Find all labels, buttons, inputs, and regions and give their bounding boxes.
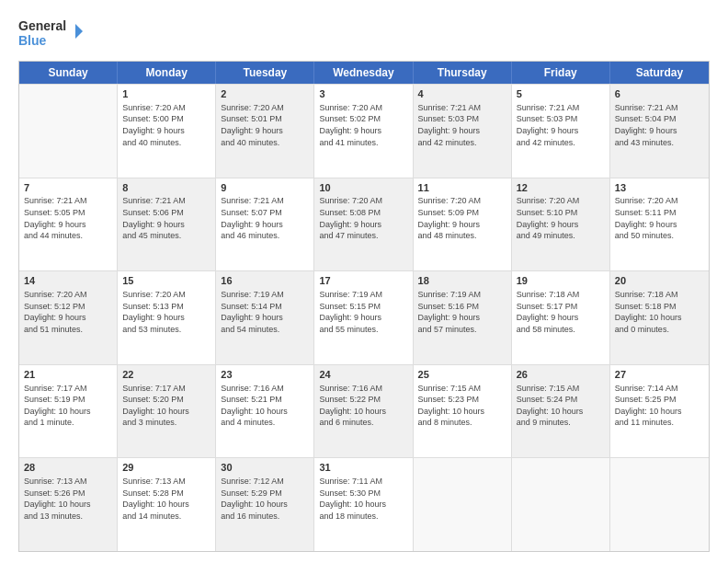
calendar-cell: 24Sunrise: 7:16 AM Sunset: 5:22 PM Dayli…	[314, 365, 413, 458]
day-info: Sunrise: 7:13 AM Sunset: 5:26 PM Dayligh…	[24, 476, 112, 522]
day-number: 14	[24, 274, 112, 288]
calendar-cell: 17Sunrise: 7:19 AM Sunset: 5:15 PM Dayli…	[314, 271, 413, 364]
calendar-cell: 18Sunrise: 7:19 AM Sunset: 5:16 PM Dayli…	[414, 271, 512, 364]
day-info: Sunrise: 7:18 AM Sunset: 5:17 PM Dayligh…	[517, 289, 605, 335]
day-info: Sunrise: 7:20 AM Sunset: 5:11 PM Dayligh…	[615, 195, 704, 241]
day-info: Sunrise: 7:20 AM Sunset: 5:01 PM Dayligh…	[221, 102, 309, 148]
day-info: Sunrise: 7:13 AM Sunset: 5:28 PM Dayligh…	[122, 476, 210, 522]
calendar-cell: 23Sunrise: 7:16 AM Sunset: 5:21 PM Dayli…	[216, 365, 314, 458]
calendar-row-0: 1Sunrise: 7:20 AM Sunset: 5:00 PM Daylig…	[19, 84, 709, 178]
calendar-cell: 3Sunrise: 7:20 AM Sunset: 5:02 PM Daylig…	[314, 85, 413, 178]
calendar-cell: 20Sunrise: 7:18 AM Sunset: 5:18 PM Dayli…	[610, 271, 709, 364]
calendar-cell: 2Sunrise: 7:20 AM Sunset: 5:01 PM Daylig…	[216, 85, 314, 178]
calendar-body: 1Sunrise: 7:20 AM Sunset: 5:00 PM Daylig…	[19, 84, 709, 551]
day-number: 22	[122, 368, 210, 382]
header-day-thursday: Thursday	[414, 62, 512, 84]
day-number: 23	[221, 368, 309, 382]
day-info: Sunrise: 7:21 AM Sunset: 5:03 PM Dayligh…	[517, 102, 605, 148]
calendar-cell: 26Sunrise: 7:15 AM Sunset: 5:24 PM Dayli…	[512, 365, 610, 458]
header-day-sunday: Sunday	[19, 62, 118, 84]
calendar-row-2: 14Sunrise: 7:20 AM Sunset: 5:12 PM Dayli…	[19, 270, 709, 364]
day-number: 31	[319, 461, 407, 475]
svg-marker-2	[75, 24, 83, 39]
day-number: 9	[221, 181, 309, 195]
day-info: Sunrise: 7:19 AM Sunset: 5:16 PM Dayligh…	[418, 289, 506, 335]
day-number: 17	[319, 274, 407, 288]
header-day-wednesday: Wednesday	[314, 62, 413, 84]
calendar-cell: 27Sunrise: 7:14 AM Sunset: 5:25 PM Dayli…	[610, 365, 709, 458]
calendar-cell: 7Sunrise: 7:21 AM Sunset: 5:05 PM Daylig…	[19, 178, 118, 271]
day-number: 13	[615, 181, 704, 195]
day-number: 15	[122, 274, 210, 288]
calendar-cell: 30Sunrise: 7:12 AM Sunset: 5:29 PM Dayli…	[216, 458, 314, 551]
calendar-cell: 5Sunrise: 7:21 AM Sunset: 5:03 PM Daylig…	[512, 85, 610, 178]
day-info: Sunrise: 7:21 AM Sunset: 5:04 PM Dayligh…	[615, 102, 704, 148]
day-number: 24	[319, 368, 407, 382]
calendar-cell: 11Sunrise: 7:20 AM Sunset: 5:09 PM Dayli…	[414, 178, 512, 271]
day-number: 7	[24, 181, 112, 195]
header: General Blue	[18, 15, 710, 52]
calendar-row-3: 21Sunrise: 7:17 AM Sunset: 5:19 PM Dayli…	[19, 364, 709, 458]
day-info: Sunrise: 7:19 AM Sunset: 5:15 PM Dayligh…	[319, 289, 407, 335]
day-number: 8	[122, 181, 210, 195]
day-number: 3	[319, 87, 407, 101]
header-day-saturday: Saturday	[610, 62, 709, 84]
day-info: Sunrise: 7:12 AM Sunset: 5:29 PM Dayligh…	[221, 476, 309, 522]
day-number: 5	[517, 87, 605, 101]
day-number: 26	[517, 368, 605, 382]
calendar-cell: 31Sunrise: 7:11 AM Sunset: 5:30 PM Dayli…	[314, 458, 413, 551]
day-info: Sunrise: 7:16 AM Sunset: 5:21 PM Dayligh…	[221, 383, 309, 429]
day-info: Sunrise: 7:14 AM Sunset: 5:25 PM Dayligh…	[615, 383, 704, 429]
svg-text:General: General	[18, 18, 66, 33]
calendar-header-row: SundayMondayTuesdayWednesdayThursdayFrid…	[19, 62, 709, 84]
calendar-cell: 9Sunrise: 7:21 AM Sunset: 5:07 PM Daylig…	[216, 178, 314, 271]
day-number: 2	[221, 87, 309, 101]
calendar-cell	[512, 458, 610, 551]
calendar-cell	[19, 85, 118, 178]
calendar-row-1: 7Sunrise: 7:21 AM Sunset: 5:05 PM Daylig…	[19, 178, 709, 271]
day-info: Sunrise: 7:11 AM Sunset: 5:30 PM Dayligh…	[319, 476, 407, 522]
header-day-tuesday: Tuesday	[216, 62, 314, 84]
calendar-cell: 12Sunrise: 7:20 AM Sunset: 5:10 PM Dayli…	[512, 178, 610, 271]
day-number: 27	[615, 368, 704, 382]
calendar-cell: 25Sunrise: 7:15 AM Sunset: 5:23 PM Dayli…	[414, 365, 512, 458]
calendar-cell: 16Sunrise: 7:19 AM Sunset: 5:14 PM Dayli…	[216, 271, 314, 364]
calendar: SundayMondayTuesdayWednesdayThursdayFrid…	[18, 61, 710, 552]
day-info: Sunrise: 7:20 AM Sunset: 5:02 PM Dayligh…	[319, 102, 407, 148]
calendar-cell	[414, 458, 512, 551]
day-info: Sunrise: 7:21 AM Sunset: 5:07 PM Dayligh…	[221, 195, 309, 241]
logo: General Blue	[18, 15, 83, 52]
day-number: 10	[319, 181, 407, 195]
day-info: Sunrise: 7:20 AM Sunset: 5:00 PM Dayligh…	[122, 102, 210, 148]
calendar-cell: 6Sunrise: 7:21 AM Sunset: 5:04 PM Daylig…	[610, 85, 709, 178]
day-number: 16	[221, 274, 309, 288]
calendar-cell: 1Sunrise: 7:20 AM Sunset: 5:00 PM Daylig…	[118, 85, 216, 178]
day-number: 21	[24, 368, 112, 382]
day-number: 6	[615, 87, 704, 101]
day-info: Sunrise: 7:20 AM Sunset: 5:12 PM Dayligh…	[24, 289, 112, 335]
calendar-cell: 22Sunrise: 7:17 AM Sunset: 5:20 PM Dayli…	[118, 365, 216, 458]
day-info: Sunrise: 7:16 AM Sunset: 5:22 PM Dayligh…	[319, 383, 407, 429]
day-number: 4	[418, 87, 506, 101]
day-info: Sunrise: 7:21 AM Sunset: 5:03 PM Dayligh…	[418, 102, 506, 148]
day-number: 20	[615, 274, 704, 288]
calendar-cell: 4Sunrise: 7:21 AM Sunset: 5:03 PM Daylig…	[414, 85, 512, 178]
day-number: 12	[517, 181, 605, 195]
day-info: Sunrise: 7:20 AM Sunset: 5:10 PM Dayligh…	[517, 195, 605, 241]
calendar-cell: 29Sunrise: 7:13 AM Sunset: 5:28 PM Dayli…	[118, 458, 216, 551]
calendar-cell: 15Sunrise: 7:20 AM Sunset: 5:13 PM Dayli…	[118, 271, 216, 364]
day-number: 11	[418, 181, 506, 195]
day-info: Sunrise: 7:19 AM Sunset: 5:14 PM Dayligh…	[221, 289, 309, 335]
calendar-cell: 19Sunrise: 7:18 AM Sunset: 5:17 PM Dayli…	[512, 271, 610, 364]
svg-text:Blue: Blue	[18, 33, 47, 48]
calendar-cell: 10Sunrise: 7:20 AM Sunset: 5:08 PM Dayli…	[314, 178, 413, 271]
day-info: Sunrise: 7:15 AM Sunset: 5:24 PM Dayligh…	[517, 383, 605, 429]
day-info: Sunrise: 7:20 AM Sunset: 5:13 PM Dayligh…	[122, 289, 210, 335]
day-info: Sunrise: 7:21 AM Sunset: 5:06 PM Dayligh…	[122, 195, 210, 241]
day-number: 1	[122, 87, 210, 101]
calendar-cell: 21Sunrise: 7:17 AM Sunset: 5:19 PM Dayli…	[19, 365, 118, 458]
day-number: 18	[418, 274, 506, 288]
calendar-cell: 8Sunrise: 7:21 AM Sunset: 5:06 PM Daylig…	[118, 178, 216, 271]
day-number: 19	[517, 274, 605, 288]
day-number: 29	[122, 461, 210, 475]
